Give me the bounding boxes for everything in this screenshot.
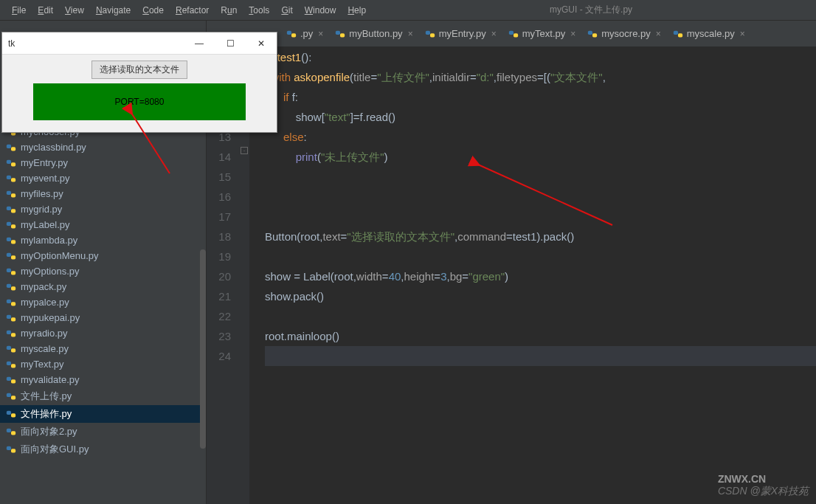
file-item[interactable]: myOptions.py [0, 263, 206, 279]
file-item[interactable]: 文件上传.py [0, 387, 206, 405]
close-tab-icon[interactable]: × [740, 29, 745, 39]
svg-rect-33 [11, 379, 15, 383]
menu-git[interactable]: Git [275, 5, 298, 15]
file-item[interactable]: 面向对象2.py [0, 423, 206, 441]
editor-tab[interactable]: myscale.py× [667, 21, 751, 46]
svg-rect-30 [7, 361, 11, 365]
menu-window[interactable]: Window [299, 5, 342, 15]
file-item[interactable]: mypukepai.py [0, 310, 206, 325]
minimize-button[interactable]: — [184, 32, 215, 55]
python-file-icon [673, 29, 683, 39]
file-item[interactable]: mypack.py [0, 279, 206, 294]
line-number: 14 [207, 147, 231, 167]
file-item[interactable]: myOptionMenu.py [0, 248, 206, 263]
file-item[interactable]: myscale.py [0, 341, 206, 356]
svg-rect-50 [588, 30, 592, 34]
svg-rect-52 [674, 30, 678, 34]
file-item[interactable]: myLabel.py [0, 217, 206, 232]
code-line[interactable]: if f: [265, 87, 816, 107]
line-number: 20 [207, 266, 231, 286]
menu-refactor[interactable]: Refactor [170, 5, 215, 15]
close-tab-icon[interactable]: × [408, 29, 413, 39]
file-item[interactable]: myradio.py [0, 325, 206, 341]
file-item[interactable]: 面向对象GUI.py [0, 441, 206, 458]
close-tab-icon[interactable]: × [491, 29, 497, 39]
svg-rect-48 [509, 30, 514, 34]
svg-rect-23 [11, 302, 15, 305]
line-number: 15 [207, 167, 231, 187]
menu-run[interactable]: Run [215, 5, 243, 15]
menu-navigate[interactable]: Navigate [90, 5, 136, 15]
file-name: mygrid.py [21, 204, 62, 215]
choose-file-button[interactable]: 选择读取的文本文件 [91, 61, 187, 79]
menu-file[interactable]: File [6, 5, 32, 15]
code-line[interactable] [265, 306, 816, 326]
tk-app-window[interactable]: tk — ☐ ✕ 选择读取的文本文件 PORT=8080 [1, 32, 277, 133]
file-item[interactable]: myEntry.py [0, 155, 206, 170]
editor-tab[interactable]: mysocre.py× [581, 21, 666, 46]
code-line[interactable]: show["text"]=f.read() [265, 107, 816, 127]
file-item[interactable]: myText.py [0, 356, 206, 372]
code-line[interactable]: Button(root,text="选择读取的文本文件",command=tes… [265, 227, 816, 246]
python-file-icon [587, 29, 598, 39]
tab-label: myButton.py [349, 28, 402, 39]
editor-tab[interactable]: myText.py× [502, 21, 582, 46]
file-item[interactable]: mygrid.py [0, 201, 206, 217]
code-line[interactable]: ef test1(): [265, 47, 816, 67]
svg-rect-46 [426, 30, 430, 34]
menu-help[interactable]: Help [342, 5, 372, 15]
file-item[interactable]: mypalce.py [0, 294, 206, 310]
code-line[interactable] [265, 187, 816, 207]
svg-rect-26 [7, 330, 11, 334]
close-button[interactable]: ✕ [246, 32, 277, 55]
file-name: myText.py [21, 359, 64, 370]
python-file-icon [6, 142, 16, 153]
line-number: 23 [207, 326, 231, 346]
code-line[interactable]: print("未上传文件") [265, 147, 816, 167]
svg-rect-14 [7, 237, 11, 241]
file-name: 文件操作.py [21, 407, 72, 421]
file-name: 面向对象2.py [21, 425, 77, 438]
code-line[interactable]: else: [265, 127, 816, 147]
code-line[interactable] [265, 246, 816, 266]
svg-rect-9 [11, 193, 15, 197]
close-tab-icon[interactable]: × [570, 29, 575, 39]
file-item[interactable]: 文件操作.py [0, 405, 206, 423]
code-area[interactable]: 9101112131415161718192021222324 - ef tes… [207, 47, 816, 504]
svg-rect-22 [7, 299, 11, 303]
close-tab-icon[interactable]: × [318, 29, 323, 39]
file-name: 文件上传.py [21, 390, 72, 403]
file-item[interactable]: myevent.py [0, 170, 206, 186]
fold-marker-icon[interactable]: - [241, 147, 248, 154]
menu-code[interactable]: Code [136, 5, 170, 15]
python-file-icon [6, 220, 16, 230]
close-tab-icon[interactable]: × [656, 29, 661, 39]
file-item[interactable]: myvalidate.py [0, 372, 206, 387]
maximize-button[interactable]: ☐ [215, 32, 246, 55]
menu-view[interactable]: View [59, 5, 90, 15]
file-item[interactable]: mylambda.py [0, 232, 206, 248]
menu-tools[interactable]: Tools [243, 5, 275, 15]
code-line[interactable] [265, 346, 816, 366]
tk-titlebar[interactable]: tk — ☐ ✕ [2, 32, 277, 55]
svg-rect-37 [11, 413, 15, 417]
file-item[interactable]: myfiles.py [0, 186, 206, 201]
editor-tab[interactable]: myEntry.py× [419, 21, 502, 46]
svg-rect-20 [7, 283, 11, 287]
file-item[interactable]: myclassbind.py [0, 139, 206, 155]
menu-edit[interactable]: Edit [32, 5, 59, 15]
file-name: mypukepai.py [21, 312, 80, 323]
python-file-icon [6, 444, 16, 455]
python-file-icon [6, 266, 16, 277]
sidebar-scrollbar[interactable] [200, 249, 206, 449]
editor-tab[interactable]: .py× [280, 21, 329, 46]
code-line[interactable]: with askopenfile(title="上传文件",initialdir… [265, 67, 816, 87]
file-name: myOptionMenu.py [21, 250, 99, 261]
code-line[interactable] [265, 207, 816, 227]
file-name: mylambda.py [21, 235, 77, 246]
editor-tab[interactable]: myButton.py× [329, 21, 418, 46]
code-line[interactable]: show = Label(root,width=40,height=3,bg="… [265, 266, 816, 286]
code-line[interactable]: root.mainloop() [265, 326, 816, 346]
code-line[interactable]: show.pack() [265, 286, 816, 306]
code-line[interactable] [265, 167, 816, 187]
